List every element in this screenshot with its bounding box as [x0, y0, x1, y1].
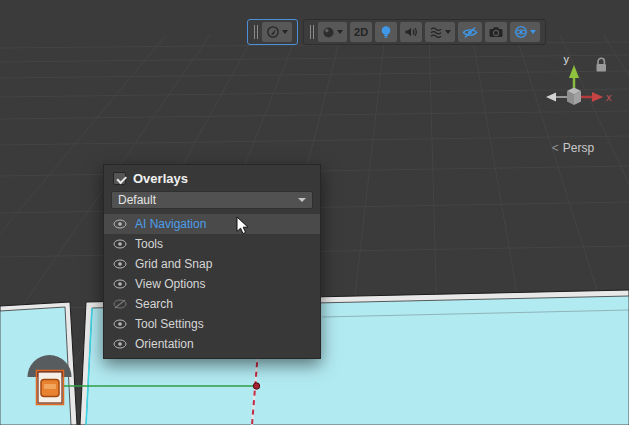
- projection-toggle[interactable]: < Persp: [540, 141, 606, 155]
- gizmo-icon: [514, 25, 528, 39]
- gizmo-x-axis[interactable]: x: [581, 91, 612, 103]
- eye-icon[interactable]: [113, 279, 127, 289]
- door-panel-highlight: [44, 384, 56, 389]
- overlays-menu-item-tools[interactable]: Tools: [104, 234, 320, 254]
- overlays-menu-header: Overlays: [104, 165, 320, 190]
- menu-item-label: Search: [135, 297, 173, 311]
- chevron-down-icon: [530, 30, 536, 34]
- scene-view-toolbar: 2D: [303, 19, 546, 45]
- eye-hidden-icon[interactable]: [113, 299, 127, 309]
- shaded-sphere-icon: [322, 26, 335, 39]
- checkmark-icon: [116, 173, 126, 183]
- effects-icon: [429, 26, 443, 39]
- lightbulb-icon: [380, 25, 392, 39]
- overlays-menu-button[interactable]: [262, 22, 292, 42]
- overlay-preset-value: Default: [118, 193, 156, 207]
- drag-handle-icon[interactable]: [309, 25, 315, 39]
- overlays-enabled-checkbox[interactable]: [113, 172, 126, 185]
- effects-dropdown-button[interactable]: [425, 22, 455, 42]
- scene-visibility-button[interactable]: [458, 22, 482, 42]
- draw-mode-button[interactable]: [318, 22, 347, 42]
- scene-lighting-button[interactable]: [375, 22, 397, 42]
- gizmo-y-axis[interactable]: y: [564, 53, 580, 88]
- eye-icon[interactable]: [113, 239, 127, 249]
- audio-toggle-button[interactable]: [400, 22, 422, 42]
- menu-item-label: Grid and Snap: [135, 257, 212, 271]
- mode-2d-button[interactable]: 2D: [350, 22, 372, 42]
- chevron-down-icon: [298, 198, 306, 202]
- scene-view[interactable]: 2D: [0, 0, 629, 425]
- lock-icon[interactable]: [597, 58, 607, 71]
- menu-item-label: Orientation: [135, 337, 194, 351]
- speaker-icon: [404, 26, 418, 38]
- waypoint-dot-mid: [253, 383, 259, 389]
- menu-item-label: View Options: [135, 277, 205, 291]
- eye-icon[interactable]: [113, 319, 127, 329]
- overlay-preset-dropdown[interactable]: Default: [111, 191, 313, 209]
- x-axis-label: x: [606, 91, 612, 103]
- overlays-menu-item-ai-navigation[interactable]: AI Navigation: [104, 214, 320, 234]
- gizmo-neg-x-axis[interactable]: [546, 93, 567, 102]
- camera-settings-button[interactable]: [485, 22, 507, 42]
- overlays-menu-item-tool-settings[interactable]: Tool Settings: [104, 314, 320, 334]
- eye-icon[interactable]: [113, 219, 127, 229]
- orientation-gizmo: y x: [536, 50, 616, 120]
- overlays-menu: Overlays Default AI Navigation Tools Gri…: [103, 164, 321, 359]
- chevron-down-icon: [337, 30, 343, 34]
- gizmo-center-cube[interactable]: [567, 88, 581, 106]
- camera-icon: [489, 26, 503, 38]
- gizmos-dropdown-button[interactable]: [510, 22, 540, 42]
- eye-slash-icon: [462, 26, 478, 39]
- chevron-down-icon: [445, 30, 451, 34]
- chevron-down-icon: [282, 30, 288, 34]
- drag-handle-icon[interactable]: [253, 25, 259, 39]
- overlays-menu-item-grid-and-snap[interactable]: Grid and Snap: [104, 254, 320, 274]
- menu-item-label: AI Navigation: [135, 217, 206, 231]
- overlays-menu-item-view-options[interactable]: View Options: [104, 274, 320, 294]
- overlays-menu-title: Overlays: [133, 171, 188, 186]
- eye-icon[interactable]: [113, 339, 127, 349]
- overlay-compass-icon: [266, 25, 280, 39]
- overlays-menu-item-search[interactable]: Search: [104, 294, 320, 314]
- menu-item-label: Tools: [135, 237, 163, 251]
- mode-2d-label: 2D: [354, 26, 368, 38]
- chevron-left-icon: <: [552, 142, 559, 154]
- overlay-toolbar: [247, 19, 298, 45]
- menu-item-label: Tool Settings: [135, 317, 204, 331]
- eye-icon[interactable]: [113, 259, 127, 269]
- overlays-menu-item-orientation[interactable]: Orientation: [104, 334, 320, 354]
- projection-label: Persp: [563, 141, 594, 155]
- y-axis-label: y: [564, 53, 570, 65]
